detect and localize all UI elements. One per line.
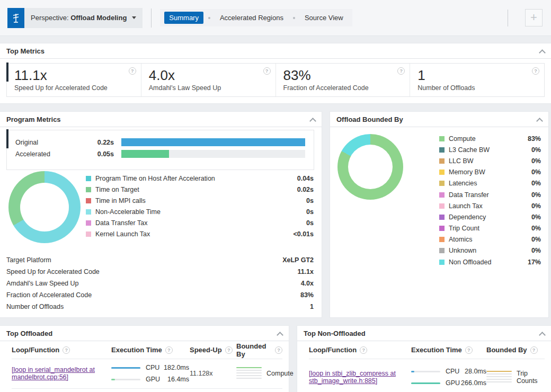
loop-function-link[interactable]: [loop in stbi_zlib_compress at stb_image… [309,370,402,385]
help-icon[interactable]: ? [225,346,233,354]
metric-value: 83% [283,67,404,84]
table-row: [loop in stbi_zlib_compress at stb_image… [309,359,545,392]
gpu-time-bar [111,379,115,380]
metric-card-fraction: 83% Fraction of Accelerated Code ? [276,64,411,96]
toolbar-divider [508,10,508,26]
help-icon[interactable]: ? [465,346,473,354]
metric-value: 1 [417,67,538,84]
metric-label: Fraction of Accelerated Code [283,84,404,92]
legend-swatch [439,181,445,186]
metric-cards: 11.1x Speed Up for Accelerated Code ? 4.… [6,63,545,97]
tab-accelerated-regions[interactable]: Accelerated Regions [215,12,288,24]
legend-item: Time in MPI calls0s [86,195,314,206]
legend-item: Latencies0% [439,178,541,189]
execution-time-cell: CPU182.0ms GPU16.4ms [111,364,190,383]
help-icon[interactable]: ? [360,346,367,354]
advisor-logo-icon [7,8,24,28]
metric-card-speedup: 11.1x Speed Up for Accelerated Code ? [7,64,141,96]
collapse-chevron-icon[interactable] [540,49,545,54]
column-header: Bounded By [236,342,272,358]
top-non-offloaded-title: Top Non-Offloaded [304,329,366,337]
top-metrics-title: Top Metrics [6,47,45,55]
program-time-legend: Program Time on Host After Acceleration0… [86,173,314,239]
column-header: Bounded By [486,346,527,354]
legend-swatch [439,237,445,242]
offload-bounded-legend: Compute83% L3 Cache BW0% LLC BW0% Memory… [439,133,541,268]
legend-item: Atomics0% [439,234,541,245]
legend-item: Launch Tax0% [439,200,541,211]
loop-function-link[interactable]: [loop in serial_mandelbrot at mandelbrot… [12,366,104,381]
help-icon[interactable]: ? [263,67,271,75]
legend-item: LLC BW0% [439,155,541,166]
metric-label: Speed Up for Accelerated Code [14,84,135,92]
report-tabs: Summary Accelerated Regions Source View [160,9,352,26]
column-header: Execution Time [411,346,462,354]
top-non-offloaded-panel: Top Non-Offloaded Loop/Function? Executi… [297,325,551,392]
toolbar-divider [151,8,152,28]
bounded-by-mini-chart [486,371,512,384]
tab-separator-dot [293,17,295,19]
help-icon[interactable]: ? [129,67,136,75]
tab-source-view[interactable]: Source View [300,12,348,24]
legend-swatch [439,147,445,153]
detail-row: Target PlatformXeLP GT2 [6,254,314,266]
table-header: Loop/Function? Execution Time? Speed-Up?… [12,341,282,359]
legend-swatch [86,187,91,192]
bar-row-original: Original 0.22s [15,138,305,146]
legend-swatch [86,209,91,215]
program-time-donut-chart [8,171,81,243]
column-header: Execution Time [111,346,162,354]
column-header: Loop/Function [12,346,59,354]
gpu-time-bar [411,382,440,384]
column-header: Loop/Function [309,346,357,354]
legend-swatch [439,158,445,164]
legend-item: Data Transfer Tax0s [86,217,314,228]
legend-swatch [439,260,445,265]
metric-value: 11.1x [14,67,135,84]
help-icon[interactable]: ? [530,346,538,354]
legend-item: Memory BW0% [439,167,541,178]
legend-swatch [439,215,445,220]
offload-bounded-title: Offload Bounded By [336,115,403,123]
bar-row-accelerated: Accelerated 0.05s [15,150,305,158]
cpu-time-bar [111,367,140,369]
perspective-selector[interactable]: Perspective: Offload Modeling [7,8,143,28]
speedup-value: 11.128x [190,370,236,377]
legend-swatch [439,203,445,209]
metric-card-amdahl: 4.0x Amdahl's Law Speed Up ? [141,64,276,96]
help-icon[interactable]: ? [532,67,539,75]
collapse-chevron-icon[interactable] [540,331,545,336]
metric-label: Amdahl's Law Speed Up [149,84,269,92]
program-metrics-panel: Program Metrics Original 0.22s Accelerat… [0,111,322,318]
help-icon[interactable]: ? [165,346,173,354]
help-icon[interactable]: ? [63,346,70,354]
detail-row: Speed Up for Accelerated Code11.1x [6,266,314,278]
add-button[interactable]: + [525,9,543,26]
detail-row: Fraction of Accelerated Code83% [6,289,314,301]
legend-item: Dependency0% [439,211,541,222]
top-metrics-panel: Top Metrics 11.1x Speed Up for Accelerat… [0,43,551,104]
collapse-chevron-icon[interactable] [310,117,315,122]
program-metrics-details: Target PlatformXeLP GT2 Speed Up for Acc… [6,254,314,313]
detail-row: Number of Offloads1 [6,301,314,313]
legend-swatch [439,192,445,198]
top-offloaded-panel: Top Offloaded Loop/Function? Execution T… [0,325,289,392]
tab-summary[interactable]: Summary [164,12,203,24]
legend-swatch [439,248,445,253]
legend-item: Program Time on Host After Acceleration0… [86,173,314,184]
help-icon[interactable]: ? [275,346,282,354]
legend-swatch [86,220,91,226]
collapse-chevron-icon[interactable] [537,117,542,122]
legend-swatch [439,136,445,141]
bounded-by-cell: Compute [236,367,294,380]
collapse-chevron-icon[interactable] [278,331,282,336]
execution-time-cell: CPU28.0ms GPU266.0ms [411,368,486,387]
toolbar: Perspective: Offload Modeling Summary Ac… [0,0,551,36]
metric-value: 4.0x [149,67,269,84]
help-icon[interactable]: ? [397,67,405,75]
cpu-time-bar [411,371,414,372]
legend-item: Non Offloaded17% [439,256,541,268]
focus-accent-bar [6,129,8,148]
bounded-by-label: Compute [266,370,294,377]
legend-swatch [86,231,91,237]
